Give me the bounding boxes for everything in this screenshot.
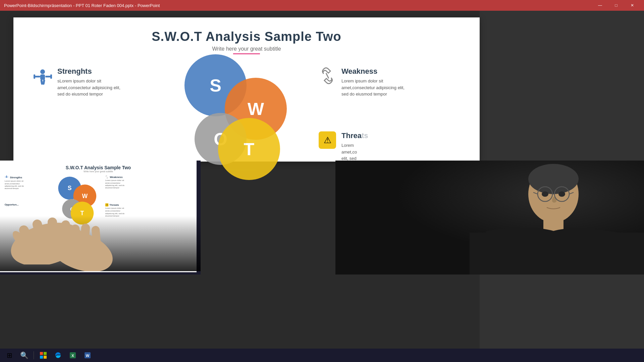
strengths-text: Strenghts sLorem ipsum dolor sit amet,co… bbox=[57, 67, 124, 98]
taskbar-excel-icon[interactable]: X bbox=[66, 349, 79, 361]
window-controls: — □ ✕ bbox=[592, 0, 640, 11]
strengths-heading: Strenghts bbox=[57, 67, 124, 76]
svg-point-27 bbox=[528, 164, 579, 194]
svg-rect-7 bbox=[42, 79, 45, 85]
svg-point-30 bbox=[542, 191, 548, 197]
svg-rect-40 bbox=[44, 356, 47, 359]
weakness-body: Lorem ipsum dolor sit amet,consectetur a… bbox=[341, 78, 409, 98]
hand-right bbox=[40, 218, 121, 271]
svg-rect-5 bbox=[50, 74, 52, 79]
strengths-section: Strenghts sLorem ipsum dolor sit amet,co… bbox=[34, 67, 124, 98]
taskbar: ⊞ 🔍 X bbox=[0, 349, 644, 362]
svg-text:W: W bbox=[86, 354, 90, 358]
slide-container: S.W.O.T Analysis Sample Two Write here y… bbox=[13, 17, 480, 162]
weakness-section: Weakness Lorem ipsum dolor sit amet,cons… bbox=[319, 67, 409, 98]
window-title: PowerPoint-Bildschirmpräsentation - PPT … bbox=[4, 3, 592, 8]
svg-rect-1 bbox=[40, 74, 45, 80]
close-button[interactable]: ✕ bbox=[625, 0, 640, 11]
taskbar-edge-icon[interactable] bbox=[51, 349, 65, 361]
strengths-body: sLorem ipsum dolor sit amet,consectetur … bbox=[57, 78, 124, 98]
threats-heading: Threats bbox=[341, 131, 368, 140]
taskbar-start[interactable]: ⊞ bbox=[3, 349, 16, 361]
threats-body: Loremamet,coelit, sed bbox=[341, 142, 368, 162]
weakness-text: Weakness Lorem ipsum dolor sit amet,cons… bbox=[341, 67, 409, 98]
svg-rect-29 bbox=[470, 233, 644, 275]
taskbar-search[interactable]: 🔍 bbox=[17, 349, 31, 361]
svg-rect-37 bbox=[40, 352, 43, 355]
weakness-heading: Weakness bbox=[341, 67, 409, 76]
svg-rect-39 bbox=[40, 356, 43, 359]
svg-text:X: X bbox=[71, 354, 74, 358]
slide-title: S.W.O.T Analysis Sample Two bbox=[13, 17, 480, 44]
webcam-area bbox=[335, 161, 644, 275]
svg-point-0 bbox=[40, 69, 45, 74]
svg-rect-28 bbox=[543, 218, 564, 231]
svg-rect-4 bbox=[34, 74, 35, 79]
strengths-icon bbox=[34, 68, 52, 90]
hands-area bbox=[0, 161, 201, 271]
main-area: S.W.O.T Analysis Sample Two Write here y… bbox=[0, 11, 644, 362]
circle-t: T bbox=[218, 118, 280, 180]
svg-point-31 bbox=[558, 191, 565, 197]
threats-icon-box: ⚠ bbox=[319, 131, 336, 149]
webcam-person bbox=[335, 161, 644, 275]
weakness-icon bbox=[319, 67, 336, 87]
title-bar: PowerPoint-Bildschirmpräsentation - PPT … bbox=[0, 0, 644, 11]
minimize-button[interactable]: — bbox=[592, 0, 608, 11]
maximize-button[interactable]: □ bbox=[608, 0, 624, 11]
warning-icon: ⚠ bbox=[324, 135, 331, 145]
svg-rect-38 bbox=[44, 352, 47, 355]
taskbar-divider bbox=[34, 351, 34, 359]
svg-line-8 bbox=[326, 73, 329, 78]
threats-section: ⚠ Threats Loremamet,coelit, sed bbox=[319, 131, 368, 162]
taskbar-word-icon[interactable]: W bbox=[81, 349, 94, 361]
taskbar-powerpoint-icon[interactable] bbox=[37, 349, 50, 361]
threats-text: Threats Loremamet,coelit, sed bbox=[341, 131, 368, 162]
